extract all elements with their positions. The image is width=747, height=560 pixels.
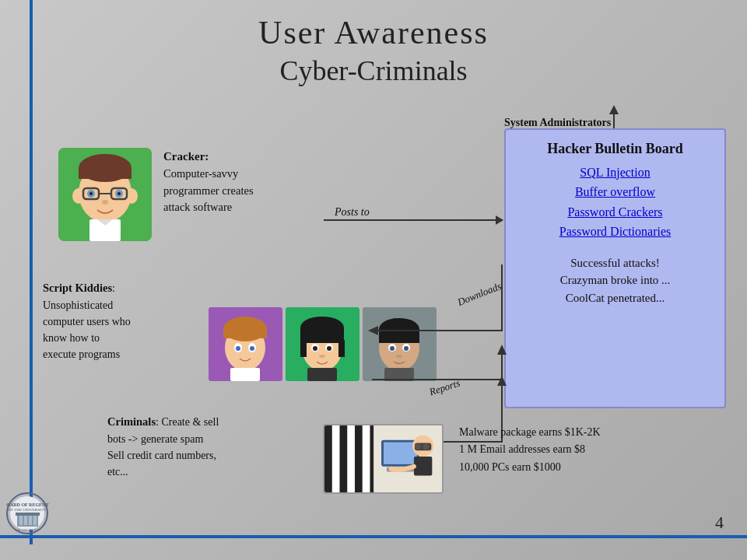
- svg-rect-78: [16, 513, 40, 516]
- svg-rect-38: [307, 368, 337, 381]
- arrow-cracker-to-board: [324, 219, 503, 221]
- svg-rect-77: [33, 516, 37, 525]
- script-kiddies-text: Script Kiddies: Unsophisticatedcomputer …: [43, 280, 198, 362]
- logo: BOARD OF REGENTS OF THE UNIVERSITY OF GE…: [6, 492, 49, 535]
- kiddie-avatar-2: [286, 307, 359, 381]
- svg-rect-32: [338, 340, 345, 357]
- svg-text:OF GEORGIA: OF GEORGIA: [16, 528, 40, 532]
- svg-point-24: [236, 346, 240, 351]
- svg-point-66: [415, 444, 421, 450]
- cracker-avatar: [58, 148, 152, 241]
- page-title: User Awareness: [0, 0, 747, 51]
- svg-point-12: [89, 192, 93, 195]
- malware-line3: 10,000 PCs earn $1000: [459, 461, 561, 473]
- svg-rect-68: [414, 457, 432, 475]
- bottom-border: [0, 535, 747, 538]
- svg-text:OF THE UNIVERSITY: OF THE UNIVERSITY: [9, 508, 47, 512]
- svg-rect-59: [370, 425, 374, 493]
- svg-rect-56: [324, 425, 332, 493]
- svg-text:Downloads: Downloads: [455, 280, 503, 308]
- svg-point-25: [250, 346, 254, 351]
- svg-rect-74: [19, 516, 23, 525]
- criminals-label: Criminals: [107, 415, 156, 428]
- svg-marker-1: [609, 105, 619, 114]
- hacker-board-title: Hacker Bulletin Board: [515, 141, 715, 158]
- malware-line1: Malware package earns $1K-2K: [459, 426, 601, 438]
- page-number: 4: [715, 513, 724, 533]
- svg-point-15: [102, 200, 108, 205]
- svg-rect-31: [300, 340, 307, 357]
- svg-rect-30: [300, 327, 344, 343]
- hacker-board-item-2: Buffer overflow: [515, 182, 715, 202]
- svg-rect-76: [29, 516, 32, 525]
- svg-point-37: [319, 355, 325, 358]
- kiddie-avatar-1: [209, 307, 282, 381]
- malware-text: Malware package earns $1K-2K 1 M Email a…: [459, 424, 716, 476]
- svg-rect-57: [339, 425, 347, 493]
- cracker-text: Cracker: Computer-savvyprogrammer create…: [163, 148, 254, 216]
- svg-point-35: [313, 346, 317, 351]
- svg-point-36: [327, 346, 331, 351]
- svg-rect-75: [24, 516, 27, 525]
- hacker-board-item-4: Password Dictionaries: [515, 222, 715, 242]
- svg-rect-5: [79, 168, 132, 179]
- cracker-desc: Computer-savvyprogrammer createsattack s…: [163, 167, 254, 214]
- hacker-board-item-3: Password Crackers: [515, 202, 715, 222]
- criminals-text: Criminals: Create & sellbots -> generate…: [107, 414, 294, 480]
- hacker-board-item-1: SQL Injection: [515, 163, 715, 183]
- page-subtitle: Cyber-Criminals: [0, 51, 747, 87]
- criminal-avatar: [323, 424, 444, 494]
- svg-marker-49: [368, 326, 378, 335]
- cracker-face-svg: [58, 148, 152, 241]
- slide: User Awareness Cyber-Criminals System Ad…: [0, 0, 747, 560]
- cracker-label: Cracker:: [163, 150, 209, 163]
- malware-line2: 1 M Email addresses earn $8: [459, 443, 585, 455]
- svg-rect-21: [223, 329, 267, 338]
- svg-rect-26: [230, 368, 260, 381]
- script-kiddies-desc: Unsophisticatedcomputer users whoknow ho…: [43, 299, 131, 360]
- svg-text:BOARD OF REGENTS: BOARD OF REGENTS: [6, 502, 49, 507]
- hacker-board-success: Successful attacks! Crazyman broke into …: [515, 254, 715, 307]
- downloads-arrow: Downloads: [364, 264, 520, 354]
- svg-rect-58: [355, 425, 363, 493]
- left-border: [30, 0, 33, 544]
- svg-point-67: [423, 444, 430, 450]
- script-kiddies-label: Script Kiddies: [43, 282, 112, 294]
- svg-rect-62: [384, 443, 417, 464]
- hacker-board: Hacker Bulletin Board SQL Injection Buff…: [504, 128, 726, 408]
- posts-to-top-label: Posts to: [335, 206, 370, 219]
- svg-point-13: [117, 192, 121, 195]
